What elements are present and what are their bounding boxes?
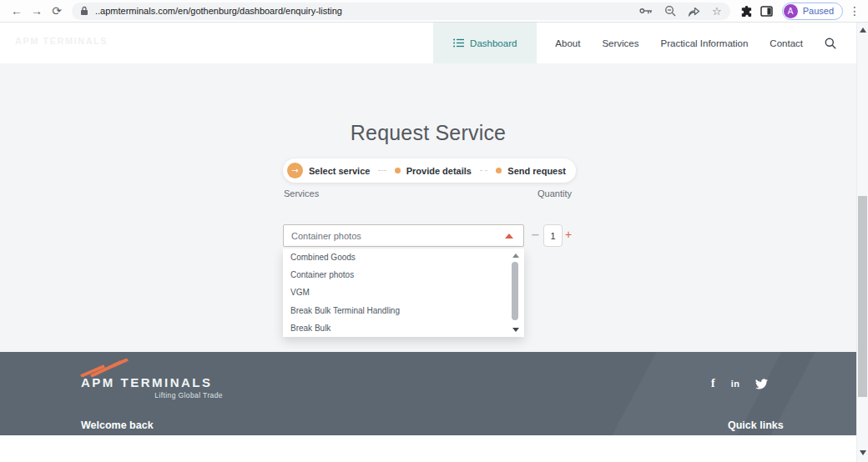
dropdown-option-combined-goods[interactable]: Combined Goods (283, 249, 524, 266)
nav-item-about[interactable]: About (555, 38, 580, 48)
dropdown-option-break-bulk[interactable]: Break Bulk (283, 319, 524, 337)
search-icon[interactable] (825, 38, 836, 49)
scrollbar-up-arrow-icon[interactable] (860, 28, 866, 33)
welcome-back-heading: Welcome back (81, 419, 154, 431)
quantity-increment-button[interactable]: + (565, 228, 572, 241)
services-dropdown-panel: Combined Goods Container photos VGM Brea… (283, 249, 524, 337)
forward-icon: → (31, 4, 43, 18)
nav-item-practical-information[interactable]: Practical Information (661, 38, 749, 48)
collapse-arrow-icon (505, 234, 513, 239)
services-label: Services (284, 188, 319, 198)
share-icon[interactable] (688, 6, 700, 17)
forward-button[interactable]: → (27, 2, 47, 20)
dropdown-option-break-bulk-terminal-handling[interactable]: Break Bulk Terminal Handling (283, 302, 524, 319)
profile-chip[interactable]: A Paused (782, 3, 843, 20)
scroll-down-arrow-icon[interactable] (512, 328, 519, 332)
zoom-out-icon[interactable] (664, 5, 676, 17)
services-select[interactable]: Container photos (283, 224, 524, 247)
step-connector (480, 170, 487, 171)
faded-logo: APM TERMINALS (15, 36, 108, 46)
browser-menu-button[interactable]: ⋮ (848, 4, 861, 18)
webpage: APM TERMINALS Dashboard About Services P… (0, 23, 856, 462)
scrollbar-down-arrow-icon[interactable] (860, 450, 866, 455)
services-select-value: Container photos (291, 231, 505, 241)
footer: APM TERMINALS Lifting Global Trade f in … (0, 352, 856, 435)
site-header: APM TERMINALS Dashboard About Services P… (0, 23, 856, 63)
nav-item-contact[interactable]: Contact (770, 38, 803, 48)
nav-item-services[interactable]: Services (602, 38, 638, 48)
logo-wordmark: APM TERMINALS (81, 375, 223, 389)
dropdown-option-container-photos[interactable]: Container photos (283, 266, 524, 284)
step-dot-icon (395, 168, 401, 173)
quick-links-heading: Quick links (728, 419, 784, 431)
dropdown-scrollbar[interactable] (512, 251, 519, 334)
profile-status-label: Paused (803, 6, 834, 16)
step-label-provide-details: Provide details (406, 166, 472, 176)
step-label-send-request: Send request (507, 166, 566, 176)
scroll-up-arrow-icon[interactable] (512, 254, 519, 258)
dropdown-option-vgm[interactable]: VGM (283, 284, 524, 301)
step-active-arrow-icon: → (287, 163, 303, 178)
step-label-select-service: Select service (309, 166, 370, 176)
quantity-label: Quantity (537, 188, 572, 198)
logo-tagline: Lifting Global Trade (81, 391, 223, 399)
step-dot-icon (496, 168, 502, 173)
browser-window: ← → ⟳ ..apmterminals.com/en/gothenburg/d… (0, 0, 868, 462)
quantity-decrement-button[interactable]: − (531, 228, 540, 241)
side-panel-icon[interactable] (757, 6, 777, 17)
page-title: Request Service (0, 121, 856, 145)
reload-icon: ⟳ (52, 4, 62, 18)
facebook-icon[interactable]: f (711, 377, 715, 390)
nav-dashboard[interactable]: Dashboard (433, 23, 537, 63)
url-text[interactable]: ..apmterminals.com/en/gothenburg/dashboa… (95, 6, 628, 16)
dashboard-list-icon (453, 38, 464, 48)
password-key-icon[interactable] (639, 7, 653, 15)
extensions-puzzle-icon[interactable] (737, 5, 757, 18)
request-stepper: → Select service Provide details Send re… (283, 158, 576, 183)
page-scrollbar[interactable] (856, 23, 868, 462)
linkedin-icon[interactable]: in (731, 379, 740, 389)
nav-dashboard-label: Dashboard (470, 38, 517, 48)
url-bar[interactable]: ..apmterminals.com/en/gothenburg/dashboa… (72, 3, 730, 20)
quantity-input[interactable]: 1 (543, 224, 563, 247)
back-icon: ← (11, 4, 23, 18)
bookmark-star-icon[interactable]: ☆ (712, 5, 722, 18)
avatar: A (784, 4, 798, 18)
nav-links: About Services Practical Information Con… (537, 23, 856, 63)
apm-terminals-logo: APM TERMINALS Lifting Global Trade (81, 364, 223, 399)
reload-button[interactable]: ⟳ (47, 2, 67, 20)
back-button[interactable]: ← (7, 2, 27, 20)
twitter-icon[interactable] (755, 379, 768, 389)
lock-icon[interactable] (80, 6, 88, 16)
logo-slashes-icon (79, 359, 129, 377)
dropdown-scrollbar-thumb[interactable] (512, 262, 518, 320)
below-footer-section (0, 435, 856, 462)
step-connector (378, 170, 386, 171)
browser-toolbar: ← → ⟳ ..apmterminals.com/en/gothenburg/d… (0, 0, 868, 23)
social-links: f in (711, 377, 768, 390)
scrollbar-thumb[interactable] (858, 196, 867, 397)
